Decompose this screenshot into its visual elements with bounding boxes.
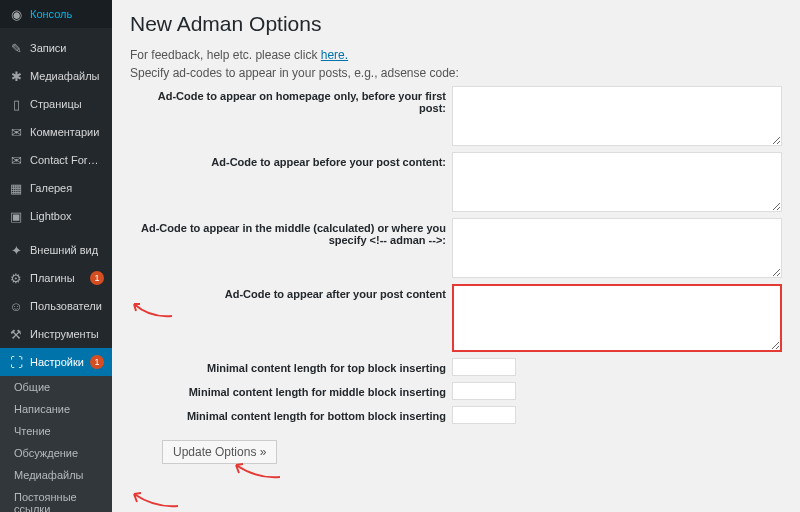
menu-label: Внешний вид xyxy=(30,244,104,256)
textarea-before[interactable] xyxy=(452,152,782,212)
sidebar-item-0[interactable]: ◉Консоль xyxy=(0,0,112,28)
sidebar-item-11[interactable]: ⚒Инструменты xyxy=(0,320,112,348)
menu-label: Галерея xyxy=(30,182,104,194)
menu-icon: ✉ xyxy=(8,124,24,140)
textarea-middle[interactable] xyxy=(452,218,782,278)
sidebar-item-1[interactable]: ✎Записи xyxy=(0,34,112,62)
menu-label: Страницы xyxy=(30,98,104,110)
menu-icon: ◉ xyxy=(8,6,24,22)
menu-icon: ▦ xyxy=(8,180,24,196)
submenu-item-0[interactable]: Общие xyxy=(0,376,112,398)
menu-icon: ✦ xyxy=(8,242,24,258)
menu-icon: ⚒ xyxy=(8,326,24,342)
sidebar-item-8[interactable]: ✦Внешний вид xyxy=(0,236,112,264)
menu-label: Медиафайлы xyxy=(30,70,104,82)
input-min-top[interactable] xyxy=(452,358,516,376)
submenu-item-3[interactable]: Обсуждение xyxy=(0,442,112,464)
textarea-after[interactable] xyxy=(452,284,782,352)
menu-label: Инструменты xyxy=(30,328,104,340)
label-middle: Ad-Code to appear in the middle (calcula… xyxy=(130,218,452,246)
menu-label: Настройки xyxy=(30,356,86,368)
sidebar-item-3[interactable]: ▯Страницы xyxy=(0,90,112,118)
sidebar-item-2[interactable]: ✱Медиафайлы xyxy=(0,62,112,90)
menu-icon: ✱ xyxy=(8,68,24,84)
sidebar-item-6[interactable]: ▦Галерея xyxy=(0,174,112,202)
sidebar-item-12[interactable]: ⛶Настройки1 xyxy=(0,348,112,376)
arrow-icon xyxy=(130,490,180,510)
label-after: Ad-Code to appear after your post conten… xyxy=(130,284,452,300)
menu-icon: ✎ xyxy=(8,40,24,56)
menu-label: Lightbox xyxy=(30,210,104,222)
input-min-bot[interactable] xyxy=(452,406,516,424)
update-options-button[interactable]: Update Options » xyxy=(162,440,277,464)
submenu-item-4[interactable]: Медиафайлы xyxy=(0,464,112,486)
specify-line: Specify ad-codes to appear in your posts… xyxy=(130,66,782,80)
main-content: New Adman Options For feedback, help etc… xyxy=(112,0,800,512)
submenu-item-2[interactable]: Чтение xyxy=(0,420,112,442)
menu-label: Записи xyxy=(30,42,104,54)
menu-label: Консоль xyxy=(30,8,104,20)
label-home: Ad-Code to appear on homepage only, befo… xyxy=(130,86,452,114)
menu-icon: ✉ xyxy=(8,152,24,168)
settings-submenu: ОбщиеНаписаниеЧтениеОбсуждениеМедиафайлы… xyxy=(0,376,112,512)
menu-icon: ⚙ xyxy=(8,270,24,286)
submenu-item-5[interactable]: Постоянные ссылки xyxy=(0,486,112,512)
menu-label: Пользователи xyxy=(30,300,104,312)
feedback-line: For feedback, help etc. please click her… xyxy=(130,48,782,62)
menu-icon: ▯ xyxy=(8,96,24,112)
sidebar-item-5[interactable]: ✉Contact Form 7 xyxy=(0,146,112,174)
input-min-mid[interactable] xyxy=(452,382,516,400)
menu-icon: ☺ xyxy=(8,298,24,314)
feedback-link[interactable]: here. xyxy=(321,48,348,62)
menu-label: Комментарии xyxy=(30,126,104,138)
textarea-home[interactable] xyxy=(452,86,782,146)
menu-label: Contact Form 7 xyxy=(30,154,104,166)
update-badge: 1 xyxy=(90,271,104,285)
submenu-item-1[interactable]: Написание xyxy=(0,398,112,420)
update-badge: 1 xyxy=(90,355,104,369)
admin-sidebar: ◉Консоль✎Записи✱Медиафайлы▯Страницы✉Комм… xyxy=(0,0,112,512)
label-min-mid: Minimal content length for middle block … xyxy=(130,382,452,398)
menu-label: Плагины xyxy=(30,272,86,284)
label-before: Ad-Code to appear before your post conte… xyxy=(130,152,452,168)
sidebar-item-9[interactable]: ⚙Плагины1 xyxy=(0,264,112,292)
label-min-bot: Minimal content length for bottom block … xyxy=(130,406,452,422)
menu-icon: ⛶ xyxy=(8,354,24,370)
page-title: New Adman Options xyxy=(130,12,782,36)
label-min-top: Minimal content length for top block ins… xyxy=(130,358,452,374)
sidebar-item-10[interactable]: ☺Пользователи xyxy=(0,292,112,320)
menu-icon: ▣ xyxy=(8,208,24,224)
sidebar-item-7[interactable]: ▣Lightbox xyxy=(0,202,112,230)
sidebar-item-4[interactable]: ✉Комментарии xyxy=(0,118,112,146)
